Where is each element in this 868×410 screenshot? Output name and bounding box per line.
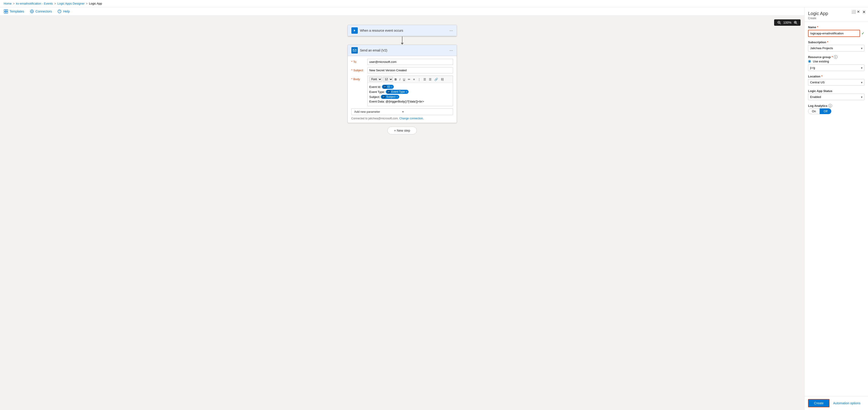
trigger-step-card: When a resource event occurs ··· — [347, 25, 457, 36]
svg-rect-2 — [4, 11, 6, 13]
status-label: Logic App Status — [808, 89, 864, 93]
body-tag-event-type: ⟳ Event Type × — [386, 90, 409, 94]
name-group: Name * ✓ — [808, 26, 864, 37]
body-line-1: Event Id: ⟳ ID × — [369, 85, 451, 89]
help-label: Help — [63, 9, 70, 13]
breadcrumb-events[interactable]: kv-emailnotification - Events — [16, 2, 53, 5]
body-editor: Font 12 B I U ✏ ≡ ⋮ ☰ ☰ — [367, 75, 453, 106]
resource-group-label: Resource group * i — [808, 55, 864, 59]
ol-btn[interactable]: ⋮ — [417, 77, 422, 82]
zoom-in-button[interactable] — [794, 21, 797, 24]
subject-input[interactable] — [367, 67, 453, 73]
body-tag-subject: ⟳ Subject × — [381, 95, 399, 99]
svg-rect-0 — [4, 9, 6, 11]
right-panel: ✕ ⬜ ✕ Logic App Create Name * ✓ — [804, 7, 868, 410]
name-check-icon: ✓ — [861, 31, 864, 35]
location-group: Location * Central US — [808, 75, 864, 86]
panel-resize: ⬜ ✕ — [851, 9, 860, 14]
svg-line-13 — [796, 23, 797, 24]
svg-rect-17 — [353, 49, 356, 52]
unlink-btn[interactable]: ⛓ — [440, 77, 444, 82]
align-right-btn[interactable]: ☰ — [428, 77, 433, 82]
email-step-menu[interactable]: ··· — [450, 48, 453, 53]
create-button[interactable]: Create — [808, 399, 830, 407]
log-analytics-toggle: On Off — [808, 108, 864, 114]
body-line-2: Event Type: ⟳ Event Type × — [369, 90, 451, 94]
panel-footer: Create Automation options — [804, 396, 868, 410]
resource-group-info-icon[interactable]: i — [834, 55, 837, 59]
tag-event-type-close[interactable]: × — [406, 90, 407, 93]
new-step-button[interactable]: + New step — [388, 127, 416, 134]
subscription-select[interactable]: Jalichwa Projects — [808, 45, 864, 52]
body-line-4: Event Data: @{triggerBody()?['data']}<br… — [369, 100, 451, 103]
help-icon: ? — [57, 9, 62, 14]
add-param-chevron: ▾ — [402, 110, 450, 114]
flow-arrow-1 — [401, 36, 404, 45]
tag-subject-close[interactable]: × — [397, 95, 398, 98]
body-content[interactable]: Event Id: ⟳ ID × Event Type: — [368, 83, 453, 106]
panel-close-button[interactable]: ✕ — [862, 9, 866, 14]
zoom-out-button[interactable] — [777, 21, 781, 24]
list-btn[interactable]: ≡ — [412, 77, 416, 82]
log-off-button[interactable]: Off — [820, 108, 831, 114]
templates-icon — [4, 9, 8, 14]
underline-btn[interactable]: U — [402, 77, 406, 82]
name-input[interactable] — [808, 30, 860, 37]
main-layout: Templates Connectors ? Help — [0, 7, 868, 410]
toolbar-help[interactable]: ? Help — [57, 9, 70, 14]
font-select[interactable]: Font — [369, 77, 382, 82]
change-connection-link[interactable]: Change connection. — [399, 117, 424, 120]
resource-group-group: Resource group * i Use existing ji-rg — [808, 55, 864, 71]
body-line-3: Subject: ⟳ Subject × — [369, 95, 451, 99]
log-on-button[interactable]: On — [808, 108, 820, 114]
subscription-label: Subscription * — [808, 40, 864, 44]
log-analytics-group: Log Analytics i On Off — [808, 104, 864, 114]
resource-group-select[interactable]: ji-rg — [808, 64, 864, 71]
trigger-step-menu[interactable]: ··· — [450, 28, 453, 33]
location-select[interactable]: Central US — [808, 79, 864, 86]
size-select[interactable]: 12 — [383, 77, 393, 82]
email-step-body: * To * Subject * Body — [348, 56, 457, 123]
to-input[interactable] — [367, 59, 453, 65]
email-step-card: Send an email (V2) ··· * To * Subject — [347, 45, 457, 123]
resource-group-radio-group: Use existing — [808, 60, 864, 63]
body-tag-id: ⟳ ID × — [382, 85, 394, 89]
link-btn[interactable]: 🔗 — [433, 77, 439, 82]
log-analytics-label: Log Analytics i — [808, 104, 864, 107]
svg-line-10 — [780, 23, 781, 24]
log-analytics-info-icon[interactable]: i — [828, 104, 832, 107]
email-step-header[interactable]: Send an email (V2) ··· — [348, 45, 457, 56]
connectors-icon — [30, 9, 34, 14]
toolbar-connectors[interactable]: Connectors — [30, 9, 52, 14]
use-existing-option[interactable]: Use existing — [808, 60, 864, 63]
add-param-label: Add new parameter — [354, 110, 402, 114]
name-input-wrapper: ✓ — [808, 30, 864, 37]
email-step-title: Send an email (V2) — [360, 49, 447, 52]
bold-btn[interactable]: B — [394, 77, 398, 82]
use-existing-radio[interactable] — [808, 60, 811, 63]
add-param[interactable]: Add new parameter ▾ — [351, 108, 453, 115]
zoom-control: 100% — [774, 19, 801, 26]
breadcrumb-home[interactable]: Home — [4, 2, 11, 5]
email-step-icon — [351, 47, 358, 54]
subject-field-row: * Subject — [351, 67, 453, 73]
breadcrumb-designer[interactable]: Logic Apps Designer — [57, 2, 85, 5]
use-existing-label: Use existing — [813, 60, 829, 63]
svg-rect-1 — [6, 9, 8, 11]
maximize-button[interactable]: ✕ — [857, 9, 860, 14]
trigger-step-header[interactable]: When a resource event occurs ··· — [348, 25, 457, 36]
status-select[interactable]: Enabled Disabled — [808, 94, 864, 100]
automation-options-link[interactable]: Automation options — [833, 401, 861, 405]
pen-btn[interactable]: ✏ — [407, 77, 411, 82]
to-field-row: * To — [351, 59, 453, 65]
restore-button[interactable]: ⬜ — [851, 9, 856, 14]
canvas-area: Templates Connectors ? Help — [0, 7, 804, 410]
location-select-wrapper: Central US — [808, 79, 864, 86]
align-left-btn[interactable]: ☰ — [423, 77, 427, 82]
toolbar-templates[interactable]: Templates — [4, 9, 24, 14]
connection-info: Connected to jalichwa@microsoft.com. Cha… — [351, 117, 453, 120]
italic-btn[interactable]: I — [399, 77, 401, 82]
templates-label: Templates — [9, 9, 24, 13]
tag-subject-icon: ⟳ — [382, 95, 385, 98]
tag-id-close[interactable]: × — [391, 86, 393, 88]
